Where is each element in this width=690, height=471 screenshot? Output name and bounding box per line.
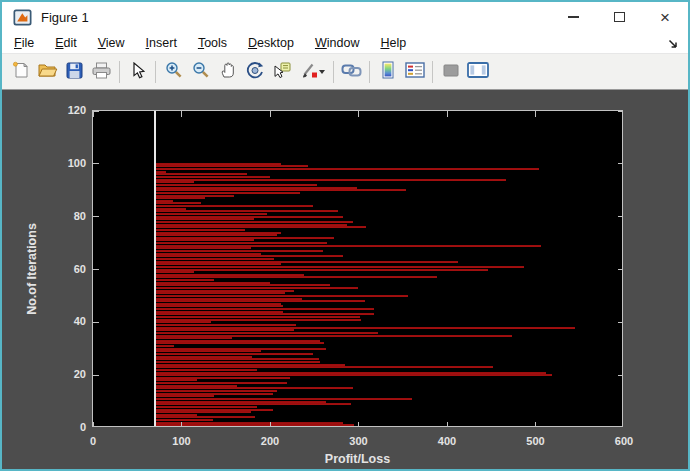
axis-tick (535, 111, 536, 117)
edit-plot-button[interactable] (124, 58, 151, 85)
link-chain-icon (341, 62, 362, 81)
profit-bar (155, 221, 353, 223)
hand-icon (219, 61, 237, 82)
legend-icon (405, 62, 425, 81)
toolbar-separator (119, 61, 120, 83)
save-floppy-icon (66, 62, 83, 82)
profit-bar (155, 269, 488, 271)
new-figure-button[interactable] (7, 58, 34, 85)
y-tick-label: 120 (42, 104, 86, 116)
profit-bar (155, 311, 283, 313)
axis-tick (93, 322, 99, 323)
open-file-button[interactable] (34, 58, 61, 85)
profit-bar (155, 181, 194, 183)
brush-data-button[interactable] (295, 58, 329, 85)
profit-bar (155, 179, 506, 181)
profit-bar (155, 279, 214, 281)
menu-desktop[interactable]: Desktop (248, 36, 294, 50)
profit-bar (155, 187, 357, 189)
profit-bar (155, 385, 237, 387)
axis-tick (93, 111, 99, 112)
figure-window: Figure 1 × File Edit View Insert Tools D… (0, 0, 690, 471)
profit-bar (155, 377, 290, 379)
profit-bar (155, 210, 338, 212)
profit-bar (155, 393, 273, 395)
close-button[interactable]: × (642, 2, 688, 32)
y-tick-label: 40 (42, 315, 86, 327)
x-tick-label: 300 (337, 435, 381, 447)
save-figure-button[interactable] (61, 58, 88, 85)
profit-bar (155, 189, 406, 191)
data-cursor-icon (273, 61, 291, 82)
profit-bar (155, 361, 320, 363)
brush-icon (300, 61, 318, 82)
zoom-in-button[interactable] (160, 58, 187, 85)
print-figure-button[interactable] (88, 58, 115, 85)
profit-bar (155, 266, 524, 268)
maximize-button[interactable] (596, 2, 642, 32)
profit-bar (155, 255, 344, 257)
profit-bar (155, 390, 277, 392)
menu-view[interactable]: View (98, 36, 125, 50)
zoom-in-icon (165, 61, 183, 82)
profit-bar (155, 253, 261, 255)
plot-area[interactable] (92, 110, 623, 427)
axis-tick (358, 111, 359, 117)
profit-bar (155, 250, 323, 252)
link-plot-button[interactable] (338, 58, 365, 85)
profit-bar (155, 234, 277, 236)
profit-bar (155, 337, 232, 339)
minimize-button[interactable] (550, 2, 596, 32)
insert-legend-button[interactable] (401, 58, 428, 85)
profit-bar (155, 171, 166, 173)
profit-bar (155, 350, 261, 352)
profit-bar (155, 292, 285, 294)
rotate-3d-button[interactable] (241, 58, 268, 85)
profit-bar (155, 308, 374, 310)
profit-bar (155, 398, 412, 400)
axis-tick (447, 422, 448, 427)
menu-file[interactable]: File (14, 36, 34, 50)
menu-help[interactable]: Help (380, 36, 406, 50)
axis-tick (618, 111, 623, 112)
axis-tick (358, 422, 359, 427)
printer-icon (92, 62, 111, 82)
data-cursor-button[interactable] (268, 58, 295, 85)
show-plot-tools-button[interactable] (464, 58, 491, 85)
y-tick-label: 100 (42, 157, 86, 169)
zoom-out-button[interactable] (187, 58, 214, 85)
profit-bar (155, 366, 493, 368)
hide-plot-tools-button[interactable] (437, 58, 464, 85)
menu-tools[interactable]: Tools (198, 36, 227, 50)
menu-edit[interactable]: Edit (55, 36, 77, 50)
toolbar-separator (333, 61, 334, 83)
profit-bar (155, 237, 334, 239)
profit-bar (155, 218, 254, 220)
profit-bar (155, 406, 257, 408)
profit-bar (155, 348, 326, 350)
matlab-icon (13, 9, 32, 26)
profit-bar (155, 414, 197, 416)
dock-figure-arrow-icon[interactable] (667, 36, 679, 54)
profit-bar (155, 416, 255, 418)
menu-insert[interactable]: Insert (146, 36, 177, 50)
menubar: File Edit View Insert Tools Desktop Wind… (2, 32, 688, 54)
axis-tick (93, 375, 99, 376)
minimize-icon (568, 16, 579, 18)
profit-bar (155, 184, 317, 186)
menu-window[interactable]: Window (315, 36, 359, 50)
x-tick-label: 200 (248, 435, 292, 447)
profit-bar (155, 379, 197, 381)
profit-bar (155, 356, 252, 358)
pan-button[interactable] (214, 58, 241, 85)
colorbar-icon (382, 61, 394, 82)
insert-colorbar-button[interactable] (374, 58, 401, 85)
profit-bar (155, 332, 378, 334)
y-tick-label: 80 (42, 210, 86, 222)
axis-tick (618, 216, 623, 217)
profit-bar (155, 395, 214, 397)
new-figure-icon (12, 61, 30, 82)
profit-bar (155, 382, 287, 384)
profit-bar (155, 202, 201, 204)
profit-bar (155, 353, 313, 355)
